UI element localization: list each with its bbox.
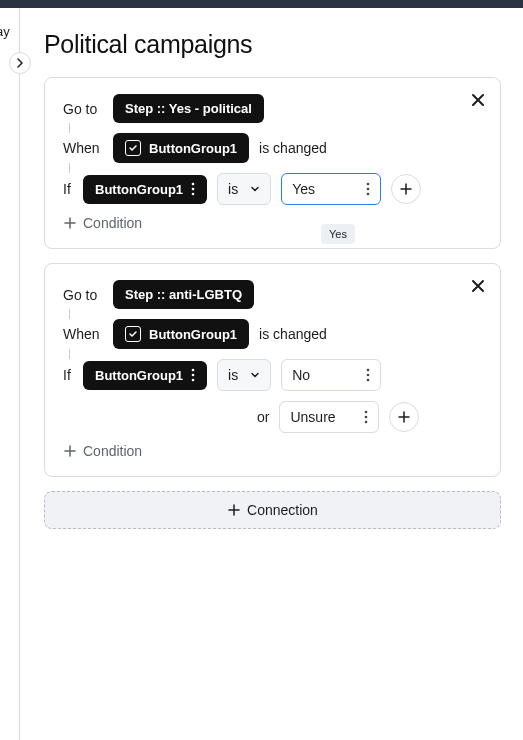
checkbox-icon bbox=[125, 140, 141, 156]
connector-tick bbox=[69, 349, 70, 359]
connector-tick bbox=[69, 309, 70, 319]
svg-point-3 bbox=[367, 183, 370, 186]
value-input[interactable]: Unsure bbox=[279, 401, 379, 433]
value-text: No bbox=[292, 367, 310, 383]
svg-point-13 bbox=[365, 416, 368, 419]
add-condition-text: Condition bbox=[83, 215, 142, 231]
when-subject-pill[interactable]: ButtonGroup1 bbox=[113, 133, 249, 163]
svg-point-8 bbox=[192, 379, 195, 382]
rule-card: Go to Step :: anti-LGBTQ When ButtonGrou… bbox=[44, 263, 501, 477]
close-icon bbox=[470, 278, 486, 294]
plus-icon bbox=[227, 503, 241, 517]
operator-select[interactable]: is bbox=[217, 173, 271, 205]
when-label: When bbox=[63, 140, 103, 156]
svg-point-11 bbox=[367, 379, 370, 382]
svg-point-1 bbox=[192, 188, 195, 191]
goto-label: Go to bbox=[63, 287, 103, 303]
add-condition-link[interactable]: Condition bbox=[63, 215, 142, 231]
checkbox-icon bbox=[125, 326, 141, 342]
svg-point-7 bbox=[192, 374, 195, 377]
goto-step-pill[interactable]: Step :: Yes - political bbox=[113, 94, 264, 123]
kebab-menu-icon[interactable] bbox=[366, 182, 370, 196]
if-subject-pill[interactable]: ButtonGroup1 bbox=[83, 175, 207, 204]
rule-card: Go to Step :: Yes - political When Butto… bbox=[44, 77, 501, 249]
operator-text: is bbox=[228, 367, 238, 383]
add-condition-link[interactable]: Condition bbox=[63, 443, 142, 459]
goto-step-text: Step :: anti-LGBTQ bbox=[125, 287, 242, 302]
if-label: If bbox=[63, 367, 73, 383]
plus-icon bbox=[63, 444, 77, 458]
value-input[interactable]: Yes bbox=[281, 173, 381, 205]
add-connection-text: Connection bbox=[247, 502, 318, 518]
chevron-down-icon bbox=[250, 184, 260, 194]
kebab-menu-icon[interactable] bbox=[364, 410, 368, 424]
if-subject-pill[interactable]: ButtonGroup1 bbox=[83, 361, 207, 390]
chevron-right-icon bbox=[15, 58, 25, 68]
goto-row: Go to Step :: Yes - political bbox=[63, 94, 482, 123]
if-row: If ButtonGroup1 is No bbox=[63, 359, 482, 391]
svg-point-14 bbox=[365, 421, 368, 424]
value-text: Yes bbox=[292, 181, 315, 197]
chevron-down-icon bbox=[250, 370, 260, 380]
add-condition-text: Condition bbox=[83, 443, 142, 459]
when-row: When ButtonGroup1 is changed bbox=[63, 133, 482, 163]
if-subject-text: ButtonGroup1 bbox=[95, 182, 183, 197]
goto-label: Go to bbox=[63, 101, 103, 117]
close-button[interactable] bbox=[466, 88, 490, 112]
when-subject-text: ButtonGroup1 bbox=[149, 327, 237, 342]
svg-point-10 bbox=[367, 374, 370, 377]
svg-point-6 bbox=[192, 369, 195, 372]
page-title: Political campaigns bbox=[44, 30, 501, 59]
when-subject-text: ButtonGroup1 bbox=[149, 141, 237, 156]
main-panel: Political campaigns Go to Step :: Yes - … bbox=[20, 8, 523, 551]
when-row: When ButtonGroup1 is changed bbox=[63, 319, 482, 349]
close-icon bbox=[470, 92, 486, 108]
add-connection-button[interactable]: Connection bbox=[44, 491, 501, 529]
or-row: or Unsure bbox=[257, 401, 482, 433]
value-tooltip: Yes bbox=[321, 224, 355, 244]
goto-step-text: Step :: Yes - political bbox=[125, 101, 252, 116]
goto-row: Go to Step :: anti-LGBTQ bbox=[63, 280, 482, 309]
kebab-menu-icon[interactable] bbox=[191, 368, 195, 382]
svg-point-5 bbox=[367, 193, 370, 196]
connector-tick bbox=[69, 123, 70, 133]
when-subject-pill[interactable]: ButtonGroup1 bbox=[113, 319, 249, 349]
if-label: If bbox=[63, 181, 73, 197]
top-bar bbox=[0, 0, 523, 8]
add-condition-button[interactable] bbox=[391, 174, 421, 204]
if-subject-text: ButtonGroup1 bbox=[95, 368, 183, 383]
when-label: When bbox=[63, 326, 103, 342]
svg-point-0 bbox=[192, 183, 195, 186]
value-input[interactable]: No bbox=[281, 359, 381, 391]
kebab-menu-icon[interactable] bbox=[366, 368, 370, 382]
value-text: Unsure bbox=[290, 409, 335, 425]
kebab-menu-icon[interactable] bbox=[191, 182, 195, 196]
connector-tick bbox=[69, 163, 70, 173]
plus-icon bbox=[63, 216, 77, 230]
svg-point-4 bbox=[367, 188, 370, 191]
panel-collapse-toggle[interactable] bbox=[9, 52, 31, 74]
when-suffix: is changed bbox=[259, 326, 327, 342]
add-condition-button[interactable] bbox=[389, 402, 419, 432]
svg-point-12 bbox=[365, 411, 368, 414]
if-row: If ButtonGroup1 is Yes bbox=[63, 173, 482, 205]
goto-step-pill[interactable]: Step :: anti-LGBTQ bbox=[113, 280, 254, 309]
svg-point-2 bbox=[192, 193, 195, 196]
operator-text: is bbox=[228, 181, 238, 197]
plus-icon bbox=[399, 182, 413, 196]
operator-select[interactable]: is bbox=[217, 359, 271, 391]
left-panel-edge: ay bbox=[0, 8, 20, 740]
svg-point-9 bbox=[367, 369, 370, 372]
when-suffix: is changed bbox=[259, 140, 327, 156]
left-panel-clipped-text: ay bbox=[0, 24, 10, 39]
close-button[interactable] bbox=[466, 274, 490, 298]
plus-icon bbox=[397, 410, 411, 424]
or-label: or bbox=[257, 409, 269, 425]
